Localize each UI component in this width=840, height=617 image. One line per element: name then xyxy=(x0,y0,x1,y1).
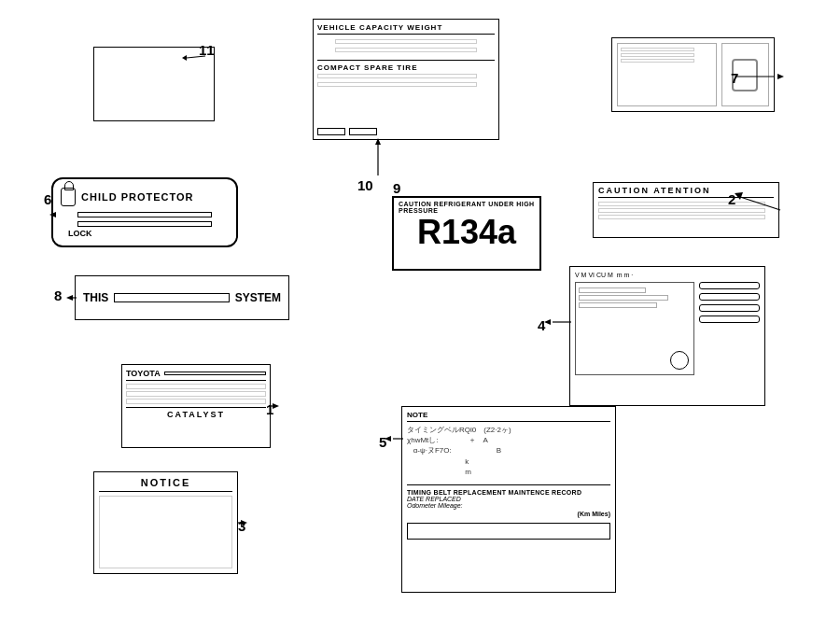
engine-body xyxy=(575,282,760,375)
km-miles-label: (Km Miles) xyxy=(407,511,610,517)
catalyst-line-2 xyxy=(126,391,266,397)
toyota-text: TOYOTA xyxy=(126,369,161,378)
jp-text: タイミングベルRQl0 (Z2·2ヶ) χhwMtし: ＋ A α-ψ·ヌF7O… xyxy=(407,425,610,477)
label-2: 2 xyxy=(728,191,735,207)
engine-label-row: V M VI CU M m m · xyxy=(575,272,760,278)
sticker-engine-diagram: V M VI CU M m m · xyxy=(569,266,765,406)
s7-line-1 xyxy=(621,48,694,51)
engine-block xyxy=(575,282,694,375)
hose-area xyxy=(699,282,760,375)
lock-label: LOCK xyxy=(68,229,92,238)
sticker-r134a: CAUTION REFRIGERANT UNDER HIGH PRESSURE … xyxy=(392,196,541,271)
timing-divider xyxy=(407,484,610,485)
caution-line-2 xyxy=(598,208,765,213)
hose-4 xyxy=(699,316,760,323)
vcw-line-2 xyxy=(335,48,477,52)
label-6: 6 xyxy=(44,191,51,207)
sticker-notice: NOTICE xyxy=(93,471,238,574)
hose-3 xyxy=(699,304,760,312)
timing-belt-title: TIMING BELT REPLACEMENT MAINTENCE RECORD xyxy=(407,489,610,496)
label-8: 8 xyxy=(54,287,62,303)
compact-line-1 xyxy=(317,74,477,78)
note-title: NOTE xyxy=(407,411,610,422)
vcw-title: VEHICLE CAPACITY WEIGHT xyxy=(317,23,495,35)
eng-b-2 xyxy=(579,295,668,301)
sticker-toyota-catalyst: TOYOTA CATALYST xyxy=(121,364,271,448)
catalyst-line-3 xyxy=(126,399,266,404)
notice-content xyxy=(99,496,232,568)
catalyst-label: CATALYST xyxy=(126,407,266,419)
toyota-bar xyxy=(164,372,266,375)
system-text: SYSTEM xyxy=(235,291,281,304)
engine-circle xyxy=(670,351,689,370)
label-10: 10 xyxy=(357,177,373,193)
cp-bar-2 xyxy=(77,221,212,227)
compact-label: COMPACT SPARE TIRE xyxy=(317,60,495,72)
caution-line-1 xyxy=(598,202,765,206)
sticker-7-left xyxy=(617,43,717,106)
sticker-11 xyxy=(93,47,215,121)
mid-bar xyxy=(114,293,229,302)
s7-line-3 xyxy=(621,59,694,63)
label-3: 3 xyxy=(238,518,245,534)
caution-refrigerant-text: CAUTION REFRIGERANT UNDER HIGH PRESSURE xyxy=(399,201,535,214)
r134a-text: R134a xyxy=(399,216,535,249)
label-9: 9 xyxy=(393,180,400,196)
label-7: 7 xyxy=(731,70,738,86)
sticker-vehicle-capacity-weight: VEHICLE CAPACITY WEIGHT COMPACT SPARE TI… xyxy=(313,19,499,140)
label-4: 4 xyxy=(538,317,545,333)
s7-line-2 xyxy=(621,53,694,57)
svg-marker-11 xyxy=(777,74,784,79)
vcw-tab-1 xyxy=(317,128,345,135)
lock-icon xyxy=(61,188,76,206)
eng-b-1 xyxy=(579,287,646,293)
hose-2 xyxy=(699,293,760,301)
child-protector-text: CHILD PROTECTOR xyxy=(81,191,194,203)
vcw-tab-2 xyxy=(349,128,377,135)
svg-marker-3 xyxy=(66,295,73,301)
sticker-7 xyxy=(611,37,775,112)
sticker-caution-attention: CAUTION ATENTION xyxy=(593,182,779,238)
catalyst-line-1 xyxy=(126,384,266,389)
date-replaced-label: DATE REPLACED xyxy=(407,496,610,502)
cp-bar-1 xyxy=(77,212,212,217)
compact-line-2 xyxy=(317,82,477,87)
sticker-child-protector: CHILD PROTECTOR LOCK xyxy=(51,177,238,247)
odometer-label: Odometer Mileage: xyxy=(407,502,610,509)
vcw-line-1 xyxy=(335,39,477,44)
caution-attention-title: CAUTION ATENTION xyxy=(598,186,774,198)
label-11: 11 xyxy=(199,42,215,58)
sticker-timing-belt: NOTE タイミングベルRQl0 (Z2·2ヶ) χhwMtし: ＋ A α-ψ… xyxy=(401,406,616,593)
label-1: 1 xyxy=(266,401,273,417)
this-text: THIS xyxy=(83,291,108,304)
timing-bottom-bar xyxy=(407,523,610,540)
label-5: 5 xyxy=(379,434,386,450)
notice-title: NOTICE xyxy=(99,477,232,492)
sticker-this-system: THIS SYSTEM xyxy=(75,275,289,320)
hose-1 xyxy=(699,282,760,289)
eng-b-3 xyxy=(579,302,657,308)
caution-line-3 xyxy=(598,215,765,219)
sticker-7-right xyxy=(721,43,769,106)
